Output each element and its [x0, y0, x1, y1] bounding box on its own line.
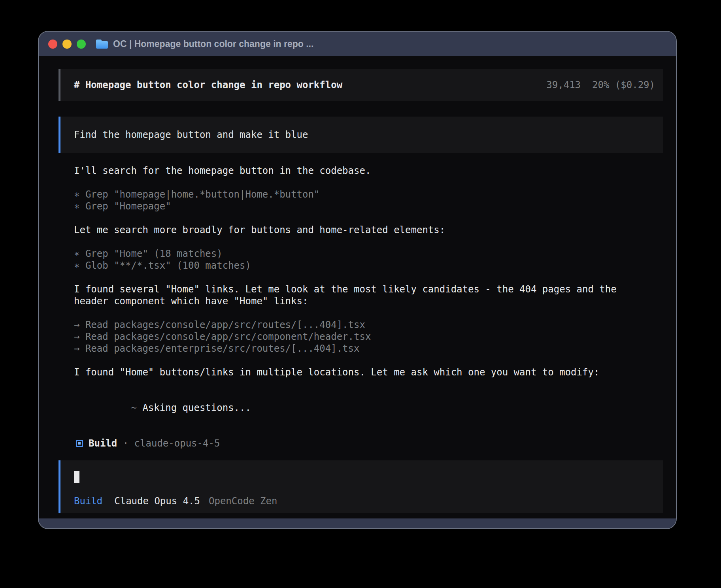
tool-call-read: → Read packages/enterprise/src/routes/[.…: [74, 343, 663, 354]
status-right: ctrl+t variants tab agents ctrl+p comman…: [257, 510, 676, 518]
agent-model: claude-opus-4-5: [134, 438, 220, 449]
tool-call-group: ∗ Grep "Home" (18 matches) ∗ Glob "**/*.…: [74, 248, 663, 271]
session-stats: 39,413 20% ($0.29): [546, 79, 655, 90]
close-button[interactable]: [48, 40, 57, 49]
context-usage: 20% ($0.29): [592, 79, 655, 90]
agent-name: Build: [89, 438, 117, 449]
dot-separator: ·: [117, 438, 134, 449]
keyhint-agents: tab agents: [413, 510, 527, 518]
working-text: Asking questions...: [142, 402, 251, 413]
window-title: OC | Homepage button color change in rep…: [113, 39, 313, 49]
user-message-text: Find the homepage button and make it blu…: [74, 129, 308, 140]
title-bar[interactable]: OC | Homepage button color change in rep…: [39, 32, 676, 56]
model-row: Build Claude Opus 4.5 OpenCode Zen: [74, 495, 663, 507]
assistant-paragraph: I found several "Home" links. Let me loo…: [74, 283, 663, 307]
keyhint-variants: ctrl+t variants: [257, 510, 399, 518]
folder-icon: [96, 40, 108, 49]
user-message: Find the homepage button and make it blu…: [59, 117, 663, 153]
input-agent-label[interactable]: Build: [74, 495, 102, 507]
tool-call-group: → Read packages/console/app/src/routes/[…: [74, 319, 663, 354]
assistant-response: I'll search for the homepage button in t…: [74, 165, 663, 449]
tool-call-group: ∗ Grep "homepage|home.*button|Home.*butt…: [74, 188, 663, 212]
working-prefix: ~: [131, 402, 143, 413]
assistant-text: I found several "Home" links. Let me loo…: [74, 283, 663, 295]
zoom-button[interactable]: [77, 40, 86, 49]
working-status: ~ Asking questions...: [74, 390, 663, 426]
session-header: # Homepage button color change in repo w…: [59, 69, 663, 101]
assistant-text: I found "Home" buttons/links in multiple…: [74, 366, 663, 378]
input-model-label[interactable]: Claude Opus 4.5: [114, 495, 200, 507]
assistant-text: Let me search more broadly for buttons a…: [74, 224, 663, 236]
assistant-paragraph: I'll search for the homepage button in t…: [74, 165, 663, 177]
agent-status-line: Build · claude-opus-4-5: [74, 437, 663, 449]
assistant-paragraph: I found "Home" buttons/links in multiple…: [74, 366, 663, 378]
tool-call-read: → Read packages/console/app/src/componen…: [74, 331, 663, 343]
token-count: 39,413: [546, 79, 581, 90]
prompt-input[interactable]: Build Claude Opus 4.5 OpenCode Zen: [59, 460, 663, 513]
tool-call-read: → Read packages/console/app/src/routes/[…: [74, 319, 663, 331]
assistant-text: I'll search for the homepage button in t…: [74, 165, 663, 177]
terminal-content[interactable]: # Homepage button color change in repo w…: [39, 56, 676, 518]
terminal-window: OC | Homepage button color change in rep…: [38, 31, 677, 529]
tool-call-grep: ∗ Grep "Homepage": [74, 200, 663, 212]
keyhint-commands: ctrl+p commands: [540, 510, 676, 518]
tool-call-grep: ∗ Grep "Home" (18 matches): [74, 248, 663, 260]
minimize-button[interactable]: [62, 40, 72, 49]
input-provider-label: OpenCode Zen: [209, 495, 277, 507]
tool-call-glob: ∗ Glob "**/*.tsx" (100 matches): [74, 260, 663, 271]
keyhint-interrupt: esc interrupt: [125, 510, 257, 518]
build-agent-icon: [76, 440, 83, 447]
window-controls: [48, 40, 86, 49]
assistant-paragraph: Let me search more broadly for buttons a…: [74, 224, 663, 236]
text-cursor: [74, 471, 79, 483]
window-bottom-bar: [39, 518, 676, 528]
status-left: esc interrupt: [65, 510, 257, 518]
tool-call-grep: ∗ Grep "homepage|home.*button|Home.*butt…: [74, 188, 663, 200]
session-title: # Homepage button color change in repo w…: [74, 79, 342, 90]
assistant-text: header component which have "Home" links…: [74, 295, 663, 307]
